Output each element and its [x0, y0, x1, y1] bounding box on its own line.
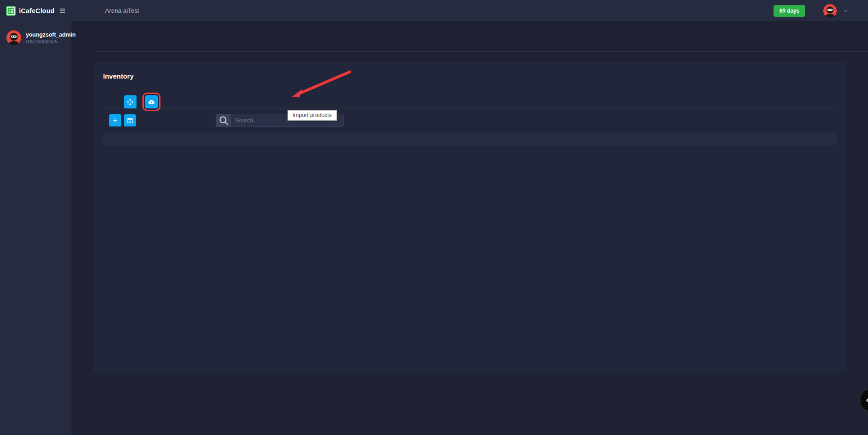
user-avatar[interactable] — [823, 4, 837, 18]
chevron-left-icon — [863, 396, 868, 405]
brand-name: iCafeCloud — [19, 7, 55, 14]
sidebar-user-block: youngzsoft_admin 005193482475 — [0, 21, 71, 51]
toolbar-row — [103, 114, 837, 127]
header-right: 69 days — [774, 4, 868, 18]
filter-row — [103, 95, 837, 109]
chevron-down-icon[interactable] — [843, 8, 849, 14]
import-products-button[interactable] — [145, 95, 158, 108]
license-days-badge[interactable]: 69 days — [774, 5, 805, 17]
avatar[interactable] — [6, 30, 21, 45]
hamburger-menu-icon[interactable] — [58, 7, 66, 15]
inventory-table — [103, 133, 837, 145]
sidebar: youngzsoft_admin 005193482475 — [0, 21, 71, 435]
top-header: iCafeCloud Arena aiTest 69 days — [0, 0, 868, 21]
add-product-button[interactable] — [109, 114, 121, 126]
inventory-card: Inventory — [93, 62, 847, 373]
cloud-download-icon — [148, 98, 155, 106]
diamond-grid-icon — [127, 98, 134, 106]
username: youngzsoft_admin — [26, 32, 75, 38]
page-title: Arena aiTest — [105, 7, 139, 14]
brand: iCafeCloud — [0, 6, 55, 16]
plus-icon — [112, 117, 118, 124]
main-content: Inventory — [71, 21, 868, 435]
import-products-tooltip: Import products — [288, 110, 337, 121]
search-icon — [216, 114, 231, 126]
calendar-button[interactable] — [124, 114, 136, 126]
calendar-plus-icon — [127, 117, 133, 124]
user-id: 005193482475 — [26, 39, 75, 44]
icafecloud-logo-icon — [6, 6, 16, 16]
table-header-row — [103, 133, 837, 145]
settings-tabstrip — [93, 35, 868, 51]
merge-groups-button[interactable] — [124, 95, 137, 108]
inventory-title: Inventory — [103, 62, 837, 80]
